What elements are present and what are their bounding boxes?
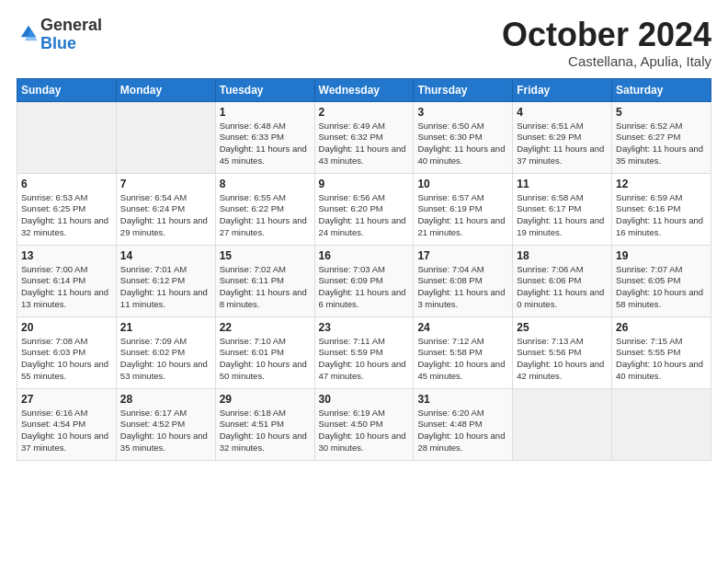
day-number: 31 <box>417 393 508 406</box>
header-day-monday: Monday <box>116 78 215 101</box>
calendar-cell: 23Sunrise: 7:11 AM Sunset: 5:59 PM Dayli… <box>314 316 414 388</box>
header-day-tuesday: Tuesday <box>215 78 314 101</box>
calendar-body: 1Sunrise: 6:48 AM Sunset: 6:33 PM Daylig… <box>17 101 711 460</box>
day-number: 1 <box>220 106 311 119</box>
calendar-page: General Blue October 2024 Castellana, Ap… <box>0 0 728 563</box>
header-day-saturday: Saturday <box>612 78 711 101</box>
day-info: Sunrise: 7:03 AM Sunset: 6:09 PM Dayligh… <box>319 264 410 311</box>
calendar-cell: 19Sunrise: 7:07 AM Sunset: 6:05 PM Dayli… <box>612 245 711 316</box>
header-day-wednesday: Wednesday <box>314 78 414 101</box>
calendar-cell: 13Sunrise: 7:00 AM Sunset: 6:14 PM Dayli… <box>17 245 117 316</box>
logo: General Blue <box>17 17 102 53</box>
day-number: 26 <box>616 321 707 334</box>
calendar-cell: 5Sunrise: 6:52 AM Sunset: 6:27 PM Daylig… <box>612 101 711 173</box>
day-info: Sunrise: 7:07 AM Sunset: 6:05 PM Dayligh… <box>616 264 707 311</box>
calendar-header: SundayMondayTuesdayWednesdayThursdayFrid… <box>17 78 711 101</box>
day-number: 24 <box>417 321 508 334</box>
calendar-cell: 25Sunrise: 7:13 AM Sunset: 5:56 PM Dayli… <box>513 316 612 388</box>
calendar-cell <box>513 388 612 460</box>
day-number: 12 <box>616 178 707 190</box>
calendar-cell: 15Sunrise: 7:02 AM Sunset: 6:11 PM Dayli… <box>215 245 314 316</box>
header-day-thursday: Thursday <box>414 78 513 101</box>
day-number: 5 <box>616 106 707 119</box>
week-row-1: 6Sunrise: 6:53 AM Sunset: 6:25 PM Daylig… <box>17 173 711 245</box>
day-number: 30 <box>319 393 410 406</box>
calendar-cell: 3Sunrise: 6:50 AM Sunset: 6:30 PM Daylig… <box>414 101 513 173</box>
calendar-cell: 24Sunrise: 7:12 AM Sunset: 5:58 PM Dayli… <box>414 316 513 388</box>
day-number: 6 <box>21 178 112 190</box>
day-info: Sunrise: 6:18 AM Sunset: 4:51 PM Dayligh… <box>220 408 311 454</box>
day-number: 13 <box>21 249 112 262</box>
day-info: Sunrise: 6:56 AM Sunset: 6:20 PM Dayligh… <box>319 192 410 239</box>
week-row-0: 1Sunrise: 6:48 AM Sunset: 6:33 PM Daylig… <box>17 101 711 173</box>
calendar-cell: 9Sunrise: 6:56 AM Sunset: 6:20 PM Daylig… <box>314 173 414 245</box>
calendar-cell <box>612 388 711 460</box>
calendar-cell: 10Sunrise: 6:57 AM Sunset: 6:19 PM Dayli… <box>414 173 513 245</box>
day-number: 19 <box>616 249 707 262</box>
day-info: Sunrise: 6:54 AM Sunset: 6:24 PM Dayligh… <box>120 192 211 239</box>
day-info: Sunrise: 7:04 AM Sunset: 6:08 PM Dayligh… <box>417 264 508 311</box>
subtitle: Castellana, Apulia, Italy <box>502 53 711 69</box>
calendar-table: SundayMondayTuesdayWednesdayThursdayFrid… <box>17 78 711 461</box>
calendar-cell: 27Sunrise: 6:16 AM Sunset: 4:54 PM Dayli… <box>17 388 117 460</box>
header: General Blue October 2024 Castellana, Ap… <box>17 17 711 69</box>
day-number: 17 <box>417 249 508 262</box>
calendar-cell <box>116 101 215 173</box>
day-info: Sunrise: 6:50 AM Sunset: 6:30 PM Dayligh… <box>417 121 508 167</box>
week-row-2: 13Sunrise: 7:00 AM Sunset: 6:14 PM Dayli… <box>17 245 711 316</box>
calendar-cell: 14Sunrise: 7:01 AM Sunset: 6:12 PM Dayli… <box>116 245 215 316</box>
calendar-cell: 1Sunrise: 6:48 AM Sunset: 6:33 PM Daylig… <box>215 101 314 173</box>
day-info: Sunrise: 7:12 AM Sunset: 5:58 PM Dayligh… <box>417 336 508 383</box>
week-row-3: 20Sunrise: 7:08 AM Sunset: 6:03 PM Dayli… <box>17 316 711 388</box>
day-info: Sunrise: 6:57 AM Sunset: 6:19 PM Dayligh… <box>417 192 508 239</box>
calendar-cell: 11Sunrise: 6:58 AM Sunset: 6:17 PM Dayli… <box>513 173 612 245</box>
day-number: 28 <box>120 393 211 406</box>
day-number: 23 <box>319 321 410 334</box>
day-info: Sunrise: 7:00 AM Sunset: 6:14 PM Dayligh… <box>21 264 112 311</box>
day-number: 27 <box>21 393 112 406</box>
calendar-cell: 18Sunrise: 7:06 AM Sunset: 6:06 PM Dayli… <box>513 245 612 316</box>
calendar-cell <box>17 101 117 173</box>
calendar-cell: 4Sunrise: 6:51 AM Sunset: 6:29 PM Daylig… <box>513 101 612 173</box>
calendar-cell: 31Sunrise: 6:20 AM Sunset: 4:48 PM Dayli… <box>414 388 513 460</box>
day-number: 21 <box>120 321 211 334</box>
calendar-cell: 28Sunrise: 6:17 AM Sunset: 4:52 PM Dayli… <box>116 388 215 460</box>
calendar-cell: 2Sunrise: 6:49 AM Sunset: 6:32 PM Daylig… <box>314 101 414 173</box>
logo-blue-text: Blue <box>40 34 76 52</box>
day-info: Sunrise: 7:11 AM Sunset: 5:59 PM Dayligh… <box>319 336 410 383</box>
day-number: 2 <box>319 106 410 119</box>
day-info: Sunrise: 6:51 AM Sunset: 6:29 PM Dayligh… <box>517 121 608 167</box>
day-info: Sunrise: 7:08 AM Sunset: 6:03 PM Dayligh… <box>21 336 112 383</box>
day-number: 7 <box>120 178 211 190</box>
day-info: Sunrise: 7:06 AM Sunset: 6:06 PM Dayligh… <box>517 264 608 311</box>
calendar-cell: 8Sunrise: 6:55 AM Sunset: 6:22 PM Daylig… <box>215 173 314 245</box>
day-info: Sunrise: 6:16 AM Sunset: 4:54 PM Dayligh… <box>21 408 112 454</box>
day-number: 20 <box>21 321 112 334</box>
calendar-cell: 21Sunrise: 7:09 AM Sunset: 6:02 PM Dayli… <box>116 316 215 388</box>
calendar-cell: 7Sunrise: 6:54 AM Sunset: 6:24 PM Daylig… <box>116 173 215 245</box>
calendar-cell: 16Sunrise: 7:03 AM Sunset: 6:09 PM Dayli… <box>314 245 414 316</box>
day-info: Sunrise: 6:58 AM Sunset: 6:17 PM Dayligh… <box>517 192 608 239</box>
title-block: October 2024 Castellana, Apulia, Italy <box>502 17 711 69</box>
header-row: SundayMondayTuesdayWednesdayThursdayFrid… <box>17 78 711 101</box>
day-info: Sunrise: 6:53 AM Sunset: 6:25 PM Dayligh… <box>21 192 112 239</box>
logo-general-text: General <box>40 16 102 34</box>
day-number: 4 <box>517 106 608 119</box>
calendar-cell: 30Sunrise: 6:19 AM Sunset: 4:50 PM Dayli… <box>314 388 414 460</box>
day-number: 14 <box>120 249 211 262</box>
calendar-cell: 22Sunrise: 7:10 AM Sunset: 6:01 PM Dayli… <box>215 316 314 388</box>
day-info: Sunrise: 7:10 AM Sunset: 6:01 PM Dayligh… <box>220 336 311 383</box>
calendar-cell: 12Sunrise: 6:59 AM Sunset: 6:16 PM Dayli… <box>612 173 711 245</box>
day-number: 8 <box>220 178 311 190</box>
day-info: Sunrise: 7:01 AM Sunset: 6:12 PM Dayligh… <box>120 264 211 311</box>
day-number: 3 <box>417 106 508 119</box>
day-number: 18 <box>517 249 608 262</box>
calendar-cell: 26Sunrise: 7:15 AM Sunset: 5:55 PM Dayli… <box>612 316 711 388</box>
logo-icon <box>18 23 39 43</box>
day-number: 11 <box>517 178 608 190</box>
day-info: Sunrise: 6:17 AM Sunset: 4:52 PM Dayligh… <box>120 408 211 454</box>
day-info: Sunrise: 6:48 AM Sunset: 6:33 PM Dayligh… <box>220 121 311 167</box>
day-info: Sunrise: 7:02 AM Sunset: 6:11 PM Dayligh… <box>220 264 311 311</box>
day-number: 22 <box>220 321 311 334</box>
calendar-cell: 20Sunrise: 7:08 AM Sunset: 6:03 PM Dayli… <box>17 316 117 388</box>
